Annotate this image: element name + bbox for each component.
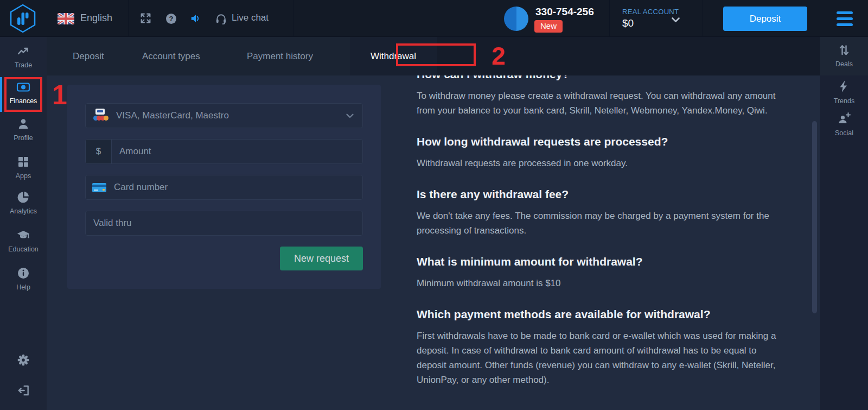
deposit-button[interactable]: Deposit bbox=[723, 7, 807, 31]
faq-body: We don't take any fees. The commission m… bbox=[417, 209, 781, 238]
right-item-social[interactable]: Social bbox=[820, 112, 868, 137]
faq-body: To withdraw money please create a withdr… bbox=[417, 89, 781, 118]
header-divider bbox=[293, 0, 293, 37]
tab-payment-history[interactable]: Payment history bbox=[247, 37, 313, 75]
language-selector[interactable]: English bbox=[80, 12, 112, 24]
sidebar-item-trade[interactable]: Trade bbox=[0, 45, 47, 69]
account-id: 330-754-256 bbox=[535, 6, 594, 18]
faq-body: Withdrawal requests are processed in one… bbox=[417, 156, 781, 171]
right-sidebar: Deals Trends Social bbox=[820, 37, 868, 410]
faq-section: How long withdrawal requests are process… bbox=[417, 135, 781, 171]
valid-thru-input[interactable] bbox=[86, 211, 362, 235]
person-icon bbox=[17, 123, 30, 132]
account-balance[interactable]: $0 bbox=[622, 17, 634, 29]
faq-section: What is minimum amount for withdrawal? M… bbox=[417, 255, 781, 291]
user-avatar[interactable] bbox=[504, 7, 528, 31]
main-content: VISA, MasterCard, Maestro $ bbox=[47, 75, 820, 410]
new-request-button[interactable]: New request bbox=[280, 247, 363, 270]
sidebar-item-profile[interactable]: Profile bbox=[0, 117, 47, 142]
faq-heading: Is there any withdrawal fee? bbox=[417, 188, 781, 201]
faq-heading: How long withdrawal requests are process… bbox=[417, 135, 781, 148]
sidebar-item-apps[interactable]: Apps bbox=[0, 155, 47, 180]
trend-up-icon bbox=[17, 50, 30, 59]
dollar-prefix: $ bbox=[86, 140, 112, 163]
sound-speaker-icon[interactable] bbox=[190, 12, 202, 27]
graduation-cap-icon bbox=[16, 234, 30, 243]
header-divider bbox=[128, 0, 129, 37]
logout-icon[interactable] bbox=[0, 383, 47, 400]
chevron-down-icon bbox=[346, 111, 354, 121]
card-number-field bbox=[85, 175, 363, 200]
person-plus-icon bbox=[837, 118, 851, 128]
faq-heading: Which payment methods are available for … bbox=[417, 308, 781, 321]
faq-heading: What is minimum amount for withdrawal? bbox=[417, 255, 781, 268]
sidebar-active-indicator bbox=[0, 77, 2, 112]
faq-section: Which payment methods are available for … bbox=[417, 308, 781, 387]
valid-thru-field bbox=[85, 211, 363, 236]
tab-bar: Deposit Account types Payment history bbox=[47, 37, 350, 75]
annotation-box-finances bbox=[4, 77, 42, 112]
faq-section: Is there any withdrawal fee? We don't ta… bbox=[417, 188, 781, 238]
scrollbar-thumb[interactable] bbox=[812, 121, 817, 313]
arrows-up-down-icon bbox=[838, 49, 851, 59]
live-chat-label[interactable]: Live chat bbox=[232, 12, 269, 23]
info-circle-icon bbox=[17, 272, 30, 281]
right-item-trends[interactable]: Trends bbox=[820, 79, 868, 105]
header-divider bbox=[703, 0, 703, 37]
payment-method-select[interactable]: VISA, MasterCard, Maestro bbox=[85, 103, 363, 128]
withdrawal-form-panel: VISA, MasterCard, Maestro $ bbox=[67, 85, 381, 289]
tab-account-types[interactable]: Account types bbox=[142, 37, 200, 75]
uk-flag-icon bbox=[58, 13, 74, 24]
credit-card-icon bbox=[92, 183, 106, 192]
bank-cards-icon bbox=[92, 109, 108, 123]
trading-platform-app: English ? Live chat 330-754-256 bbox=[0, 0, 868, 410]
faq-section: How can I withdraw money? To withdraw mo… bbox=[417, 75, 781, 118]
settings-gear-icon[interactable] bbox=[0, 353, 47, 369]
annotation-step-2: 2 bbox=[492, 41, 506, 71]
card-number-input[interactable] bbox=[106, 175, 362, 199]
amount-input[interactable] bbox=[112, 140, 362, 163]
amount-field: $ bbox=[85, 139, 363, 164]
sidebar-item-analytics[interactable]: Analytics bbox=[0, 191, 47, 215]
fullscreen-icon[interactable] bbox=[140, 12, 151, 26]
header-divider bbox=[609, 0, 610, 37]
sidebar-item-help[interactable]: Help bbox=[0, 267, 47, 291]
new-badge: New bbox=[534, 20, 563, 33]
payment-method-value: VISA, MasterCard, Maestro bbox=[108, 110, 346, 121]
header: English ? Live chat 330-754-256 bbox=[0, 0, 868, 37]
help-question-icon[interactable]: ? bbox=[166, 14, 176, 24]
grid-icon bbox=[17, 161, 30, 170]
withdrawal-faq: How can I withdraw money? To withdraw mo… bbox=[417, 75, 781, 387]
tab-deposit[interactable]: Deposit bbox=[73, 37, 104, 75]
lightning-icon bbox=[838, 86, 851, 96]
sidebar-item-education[interactable]: Education bbox=[0, 229, 47, 253]
annotation-step-1: 1 bbox=[52, 79, 67, 111]
chevron-down-icon[interactable] bbox=[672, 15, 680, 25]
account-type-label[interactable]: REAL ACCOUNT bbox=[622, 8, 679, 16]
app-logo-icon[interactable] bbox=[8, 4, 38, 33]
annotation-box-withdrawal bbox=[396, 43, 476, 66]
headset-icon[interactable] bbox=[215, 12, 227, 27]
faq-body: First withdrawals have to be made to ban… bbox=[417, 329, 781, 387]
pie-chart-icon bbox=[17, 196, 30, 205]
faq-body: Minimum withdrawal amount is $10 bbox=[417, 276, 781, 291]
faq-heading: How can I withdraw money? bbox=[417, 75, 781, 81]
hamburger-menu-icon[interactable] bbox=[837, 11, 853, 26]
right-item-deals[interactable]: Deals bbox=[820, 43, 868, 68]
